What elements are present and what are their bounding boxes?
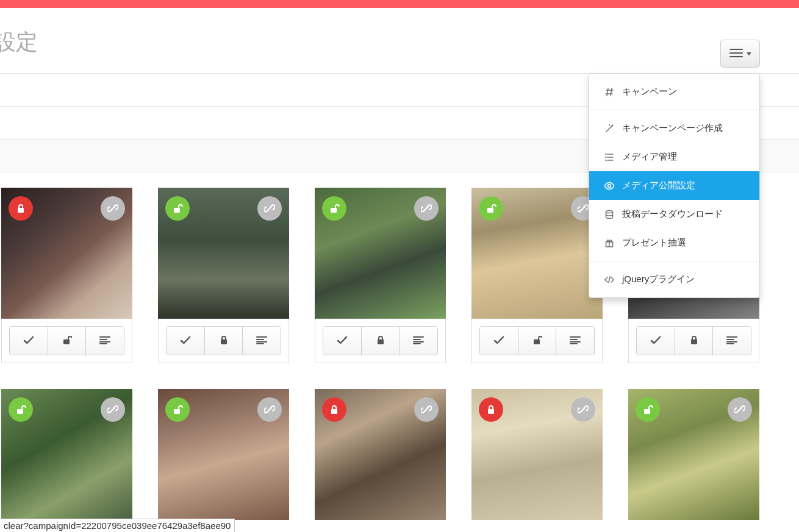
media-thumbnail[interactable] — [1, 188, 132, 319]
svg-rect-39 — [378, 339, 384, 344]
details-button[interactable] — [556, 327, 594, 355]
menu-item-db[interactable]: 投稿データダウンロード — [589, 200, 759, 229]
menu-item-label: 投稿データダウンロード — [622, 208, 723, 220]
svg-rect-66 — [644, 409, 650, 414]
media-thumbnail[interactable] — [471, 389, 603, 520]
link-badge[interactable] — [728, 397, 752, 422]
details-button[interactable] — [243, 327, 281, 355]
menu-item-label: キャンペーン — [622, 86, 677, 98]
svg-line-24 — [112, 207, 115, 210]
lock-icon — [690, 335, 698, 347]
svg-line-65 — [582, 408, 585, 411]
approve-button[interactable] — [480, 327, 518, 355]
media-thumbnail[interactable] — [158, 389, 289, 520]
link-badge[interactable] — [571, 397, 595, 422]
svg-rect-30 — [174, 208, 180, 213]
details-button[interactable] — [713, 327, 751, 355]
check-icon — [337, 335, 348, 347]
media-thumbnail[interactable] — [628, 389, 759, 520]
media-card-footer — [628, 319, 759, 363]
approve-button[interactable] — [167, 327, 205, 355]
unlocked-badge[interactable] — [165, 397, 190, 422]
list-icon — [604, 152, 615, 163]
menu-item-eye[interactable]: メディア公開設定 — [589, 171, 759, 200]
link-badge[interactable] — [101, 397, 125, 422]
unlocked-badge[interactable] — [636, 397, 660, 422]
media-card — [158, 188, 289, 363]
unlocked-badge[interactable] — [479, 196, 503, 221]
media-thumbnail[interactable] — [315, 389, 446, 520]
unlocked-badge[interactable] — [9, 397, 33, 422]
svg-rect-53 — [691, 339, 697, 344]
menu-dropdown: キャンペーンキャンペーンページ作成メディア管理メディア公開設定投稿データダウンロ… — [589, 73, 760, 298]
svg-line-7 — [606, 126, 612, 132]
toggle-lock-button[interactable] — [362, 327, 400, 355]
svg-line-67 — [739, 408, 742, 411]
menu-item-gift[interactable]: プレゼント抽選 — [589, 229, 759, 257]
link-badge[interactable] — [101, 196, 125, 221]
lock-icon — [220, 335, 228, 347]
svg-rect-25 — [63, 339, 70, 344]
toggle-lock-button[interactable] — [205, 327, 243, 355]
menu-item-hash[interactable]: キャンペーン — [589, 77, 759, 106]
code-icon — [604, 274, 615, 285]
svg-rect-37 — [331, 208, 337, 213]
details-button[interactable] — [400, 327, 437, 355]
link-badge[interactable] — [414, 397, 439, 422]
unlock-icon — [62, 335, 72, 347]
check-icon — [493, 335, 504, 347]
media-card — [1, 389, 132, 520]
svg-line-31 — [268, 207, 271, 210]
approve-button[interactable] — [637, 327, 675, 355]
media-thumbnail[interactable] — [158, 188, 289, 319]
dropdown-separator — [589, 110, 759, 110]
svg-line-22 — [609, 277, 610, 283]
locked-badge[interactable] — [9, 196, 33, 221]
svg-rect-44 — [487, 208, 493, 213]
media-thumbnail[interactable] — [1, 389, 132, 520]
check-icon — [180, 335, 191, 347]
menu-item-list[interactable]: メディア管理 — [589, 143, 759, 171]
align-icon — [413, 336, 424, 346]
align-icon — [570, 336, 581, 346]
svg-point-18 — [606, 210, 613, 213]
toggle-lock-button[interactable] — [518, 327, 557, 355]
align-icon — [256, 336, 267, 346]
svg-rect-46 — [534, 339, 540, 344]
media-card — [471, 188, 603, 363]
menu-toggle-button[interactable] — [720, 40, 760, 68]
check-icon — [650, 335, 661, 347]
link-badge[interactable] — [257, 397, 282, 422]
svg-rect-60 — [174, 409, 180, 414]
toggle-lock-button[interactable] — [675, 327, 714, 355]
link-badge[interactable] — [414, 196, 439, 221]
media-action-group — [166, 326, 281, 355]
align-icon — [726, 336, 737, 346]
unlocked-badge[interactable] — [165, 196, 190, 221]
unlock-icon — [532, 335, 542, 347]
menu-item-label: キャンペーンページ作成 — [622, 122, 723, 134]
approve-button[interactable] — [323, 327, 362, 355]
menu-item-code[interactable]: jQueryプラグイン — [589, 265, 759, 294]
svg-line-61 — [268, 408, 271, 411]
details-button[interactable] — [86, 327, 124, 355]
media-card — [628, 389, 759, 520]
svg-line-5 — [607, 88, 608, 96]
locked-badge[interactable] — [479, 397, 503, 422]
svg-point-14 — [606, 154, 606, 154]
media-card — [315, 188, 446, 363]
locked-badge[interactable] — [322, 397, 346, 422]
menu-item-label: メディア管理 — [622, 151, 677, 163]
wand-icon — [604, 123, 615, 134]
svg-point-16 — [606, 160, 606, 160]
toggle-lock-button[interactable] — [48, 327, 87, 355]
menu-item-wand[interactable]: キャンペーンページ作成 — [589, 114, 759, 143]
link-badge[interactable] — [257, 196, 282, 221]
eye-icon — [604, 180, 615, 191]
unlocked-badge[interactable] — [322, 196, 346, 221]
menu-item-label: メディア公開設定 — [622, 180, 695, 191]
media-action-group — [479, 326, 595, 355]
media-thumbnail[interactable] — [471, 188, 603, 319]
media-thumbnail[interactable] — [315, 188, 446, 319]
approve-button[interactable] — [10, 327, 48, 355]
